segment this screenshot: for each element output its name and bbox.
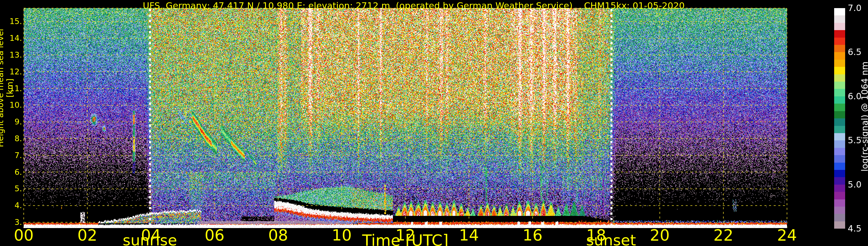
colorbar-band [834,67,845,74]
colorbar-band [834,214,845,221]
ceilometer-quicklook: UFS, Germany; 47.417 N / 10.980 E; eleva… [0,0,868,246]
colorbar-band [834,82,845,89]
colorbar-band [834,111,845,118]
colorbar-band [834,45,845,52]
x-tick-label: 06 [205,227,224,243]
colorbar-band [834,133,845,141]
x-tick-label: 00 [14,227,34,243]
colorbar-band [834,16,845,23]
colorbar-band [834,148,845,155]
x-tick-label: 20 [650,227,670,243]
sunrise-label: sunrise [123,233,177,246]
x-tick-label: 24 [777,227,797,243]
y-tick-label: 5. [2,185,22,192]
colorbar-tick-label: 7.0 [848,4,862,12]
colorbar-band [834,96,845,103]
colorbar-band [834,170,845,177]
colorbar-band [834,185,845,192]
page-title: UFS, Germany; 47.417 N / 10.980 E; eleva… [0,0,828,11]
x-tick-label: 08 [268,227,288,243]
colorbar-band [834,38,845,45]
y-tick-label: 8. [2,134,22,143]
y-tick-label: 7. [2,151,22,159]
x-tick-label: 14 [459,227,479,243]
y-tick-label: 9. [2,118,22,126]
colorbar-tick-label: 4.5 [848,224,862,233]
y-tick-label: 3. [2,218,22,226]
y-tick-label: 4. [2,202,22,209]
colorbar-band [834,8,845,16]
colorbar-band [834,30,845,37]
colorbar-band [834,192,845,199]
colorbar [834,8,845,228]
colorbar-band [834,141,845,148]
colorbar-band [834,103,845,111]
sunset-label: sunset [586,233,636,246]
colorbar-band [834,207,845,214]
y-tick-label: 12. [2,68,22,75]
colorbar-band [834,155,845,162]
y-tick-label: 6. [2,168,22,176]
colorbar-title: log(rc-signal) @ 1064 nm [860,50,868,183]
backscatter-heatmap-canvas [0,0,868,246]
y-tick-label: 14. [2,34,22,42]
y-tick-label: 10. [2,101,22,109]
colorbar-band [834,23,845,30]
x-tick-label: 22 [713,227,734,243]
colorbar-band [834,74,845,82]
colorbar-band [834,163,845,170]
x-tick-label: 16 [523,227,542,243]
y-tick-label: 15. [2,18,22,25]
y-tick-label: 13. [2,51,22,59]
colorbar-band [834,126,845,133]
colorbar-band [834,199,845,207]
colorbar-band [834,60,845,67]
colorbar-band [834,221,845,228]
colorbar-band [834,177,845,184]
x-axis-title: Time [UTC] [362,233,449,246]
colorbar-band [834,118,845,126]
x-tick-label: 10 [332,227,352,243]
colorbar-band [834,52,845,59]
y-tick-label: 11. [2,85,22,92]
x-tick-label: 02 [77,227,97,243]
colorbar-band [834,89,845,96]
